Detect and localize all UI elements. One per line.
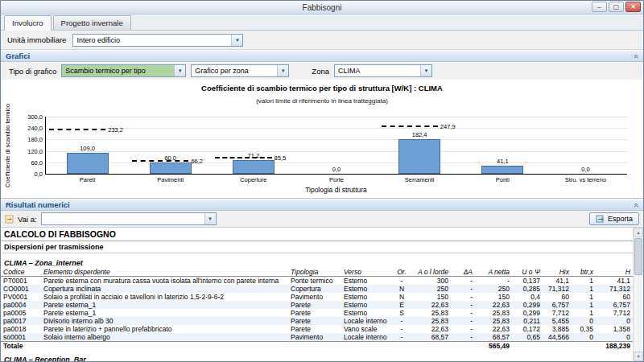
- table-cell: 250: [475, 285, 512, 293]
- results-toolbar: Vai a: ▼ Esporta: [1, 211, 643, 227]
- chart-subtitle: (valori limite di riferimento in linea t…: [1, 93, 643, 105]
- table-cell: -: [475, 277, 512, 286]
- table-row[interactable]: PT0001Parete esterna con muratura cassa …: [1, 277, 633, 286]
- table-row[interactable]: CO0001Copertura inclinataCoperturaEstern…: [1, 285, 633, 293]
- table-cell: 22,63: [475, 325, 512, 333]
- esporta-button[interactable]: Esporta: [589, 212, 639, 225]
- table-cell: -: [391, 325, 412, 333]
- tab-progetto-invernale[interactable]: Progetto invernale: [53, 15, 131, 30]
- x-tick-label: Porte: [329, 176, 344, 183]
- chart-bar: [67, 153, 109, 174]
- table-cell: 0,172: [512, 325, 543, 333]
- table-cell: 0,285: [512, 285, 543, 293]
- goto-icon: [5, 215, 14, 224]
- bar-value-label: 71,2: [248, 152, 260, 159]
- table-cell: Parete in laterizio + pannello prefabbri…: [41, 325, 288, 333]
- unita-immobiliare-select[interactable]: Intero edificio ▼: [72, 34, 243, 47]
- totale-cell: 188,239: [596, 342, 633, 351]
- gridline: [46, 151, 627, 152]
- table-cell: -: [451, 309, 475, 317]
- column-header: Codice: [1, 268, 41, 277]
- table-cell: 25,83: [412, 309, 451, 317]
- zona-label: Zona: [312, 67, 329, 76]
- table-cell: Esterno: [341, 309, 391, 317]
- grafico-per-zona-select[interactable]: Grafico per zona ▼: [191, 64, 289, 77]
- totale-cell: [412, 342, 451, 351]
- table-cell: -: [391, 317, 412, 325]
- table-row[interactable]: pa0005Parete esterna_1PareteEsternoS25,8…: [1, 309, 633, 317]
- limit-line: [382, 125, 438, 127]
- column-header: Verso: [341, 268, 391, 277]
- tipo-di-grafico-select[interactable]: Scambio termico per tipo ▼: [61, 64, 186, 77]
- table-row[interactable]: PV0001Solaio a profilati in acciaio e ta…: [1, 293, 633, 301]
- gridline: [46, 162, 627, 163]
- chart-bar: [150, 162, 192, 174]
- table-cell: 300: [412, 277, 451, 286]
- column-header: H: [596, 268, 633, 277]
- tab-involucro[interactable]: Involucro: [4, 15, 52, 31]
- grafico-per-zona-value: Grafico per zona: [195, 67, 249, 75]
- table-cell: S: [391, 309, 412, 317]
- results-scroll-area: CALCOLO DI FABBISOGNO Dispersioni per tr…: [1, 228, 633, 361]
- results-title: CALCOLO DI FABBISOGNO: [1, 228, 633, 241]
- scrollbar-thumb[interactable]: [634, 238, 642, 275]
- minimize-button[interactable]: –: [592, 2, 607, 12]
- maximize-button[interactable]: ▢: [609, 2, 624, 12]
- scroll-down-icon[interactable]: ▼: [634, 352, 643, 361]
- column-header-row: CodiceElemento disperdenteTipologiaVerso…: [1, 268, 633, 277]
- zona-select[interactable]: CLIMA ▼: [334, 64, 432, 77]
- table-cell: pa0017: [1, 317, 41, 325]
- bar-value-label: 0,0: [581, 166, 589, 173]
- table-cell: pa0004: [1, 301, 41, 309]
- table-row[interactable]: pa0018Parete in laterizio + pannello pre…: [1, 325, 633, 333]
- table-cell: 68,57: [412, 333, 451, 342]
- chart-bar: [233, 160, 275, 174]
- grafici-section-title: Grafici: [6, 51, 30, 60]
- table-cell: Vano scale: [341, 325, 391, 333]
- table-row[interactable]: so0001Solaio interno albergoPavimentoLoc…: [1, 333, 633, 342]
- chart-title: Coefficiente di scambio termico per tipo…: [1, 80, 643, 93]
- table-cell: Parete esterna con muratura cassa vuota …: [41, 277, 288, 286]
- collapse-grafici-icon[interactable]: «: [633, 54, 639, 59]
- table-cell: 0: [596, 333, 633, 342]
- table-cell: 250: [412, 285, 451, 293]
- totale-cell: [341, 342, 391, 351]
- window-title: Fabbisogni: [303, 3, 342, 12]
- close-button[interactable]: ✕: [625, 2, 641, 12]
- limit-line: [132, 160, 188, 162]
- table-cell: -: [451, 277, 475, 286]
- collapse-risultati-icon[interactable]: «: [633, 203, 639, 208]
- x-tick-label: Coperture: [240, 176, 266, 183]
- x-axis-title: Tipologia di struttura: [45, 186, 627, 194]
- vai-a-select[interactable]: ▼: [41, 212, 217, 225]
- vertical-scrollbar[interactable]: ▲ ▼: [633, 228, 643, 361]
- table-cell: 41,1: [596, 277, 633, 286]
- table-cell: PV0001: [1, 293, 41, 301]
- column-header: A netta: [475, 268, 512, 277]
- scroll-up-icon[interactable]: ▲: [634, 228, 643, 237]
- table-cell: Locale interno: [341, 317, 391, 325]
- table-cell: 0,35: [572, 325, 596, 333]
- tipo-di-grafico-label: Tipo di grafico: [9, 67, 56, 76]
- table-cell: 1: [572, 285, 596, 293]
- column-header: Or.: [391, 268, 412, 277]
- results-panel: CALCOLO DI FABBISOGNO Dispersioni per tr…: [1, 227, 643, 361]
- x-tick-label: Pavimenti: [157, 176, 184, 183]
- totale-cell: [512, 342, 543, 351]
- table-cell: 22,63: [475, 301, 512, 309]
- table-cell: Esterno: [341, 285, 391, 293]
- chevron-down-icon: ▼: [231, 35, 242, 46]
- table-cell: 0,65: [512, 333, 543, 342]
- totale-cell: [391, 342, 412, 351]
- table-cell: -: [391, 333, 412, 342]
- export-icon: [596, 215, 605, 224]
- unita-immobiliare-row: Unità immobiliare Intero edificio ▼: [1, 31, 643, 50]
- table-cell: Solaio a profilati in acciaio e tavellon…: [41, 293, 288, 301]
- table-row[interactable]: pa0004Parete esterna_1PareteEsternoE22,6…: [1, 301, 633, 309]
- chevron-down-icon: ▼: [204, 213, 216, 224]
- table-row[interactable]: pa0017Divisorio interno alb 30PareteLoca…: [1, 317, 633, 325]
- table-cell: 0,4: [512, 293, 543, 301]
- column-header: U o Ψ: [512, 268, 543, 277]
- table-cell: Copertura inclinata: [41, 285, 288, 293]
- limit-line: [49, 129, 105, 130]
